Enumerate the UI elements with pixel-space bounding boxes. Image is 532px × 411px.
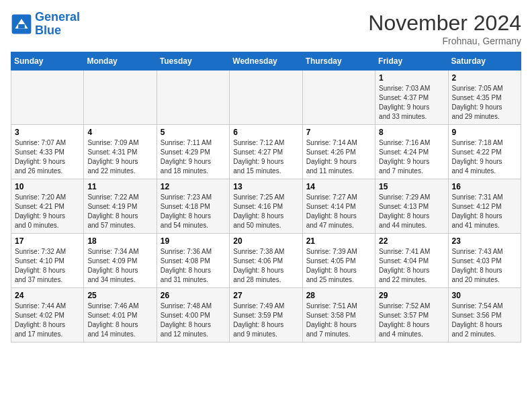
calendar-cell: 29Sunrise: 7:52 AM Sunset: 3:57 PM Dayli… bbox=[375, 288, 448, 342]
calendar-cell: 22Sunrise: 7:41 AM Sunset: 4:04 PM Dayli… bbox=[375, 234, 448, 288]
calendar-cell: 16Sunrise: 7:31 AM Sunset: 4:12 PM Dayli… bbox=[448, 179, 521, 234]
calendar-cell: 4Sunrise: 7:09 AM Sunset: 4:31 PM Daylig… bbox=[84, 125, 157, 179]
calendar-cell: 9Sunrise: 7:18 AM Sunset: 4:22 PM Daylig… bbox=[448, 125, 521, 179]
day-info: Sunrise: 7:22 AM Sunset: 4:19 PM Dayligh… bbox=[87, 193, 152, 230]
calendar-cell: 12Sunrise: 7:23 AM Sunset: 4:18 PM Dayli… bbox=[157, 179, 229, 234]
calendar-cell: 5Sunrise: 7:11 AM Sunset: 4:29 PM Daylig… bbox=[157, 125, 229, 179]
calendar-cell: 25Sunrise: 7:46 AM Sunset: 4:01 PM Dayli… bbox=[84, 288, 157, 342]
calendar-cell: 28Sunrise: 7:51 AM Sunset: 3:58 PM Dayli… bbox=[302, 288, 375, 342]
logo-text: General Blue bbox=[35, 11, 80, 38]
day-info: Sunrise: 7:03 AM Sunset: 4:37 PM Dayligh… bbox=[379, 84, 444, 122]
day-number: 26 bbox=[161, 291, 226, 300]
calendar-cell: 11Sunrise: 7:22 AM Sunset: 4:19 PM Dayli… bbox=[84, 179, 157, 234]
day-number: 1 bbox=[379, 73, 444, 83]
calendar-cell: 27Sunrise: 7:49 AM Sunset: 3:59 PM Dayli… bbox=[230, 288, 302, 342]
day-info: Sunrise: 7:25 AM Sunset: 4:16 PM Dayligh… bbox=[233, 193, 298, 230]
day-number: 20 bbox=[233, 236, 298, 246]
weekday-header: Tuesday bbox=[157, 52, 229, 71]
day-info: Sunrise: 7:41 AM Sunset: 4:04 PM Dayligh… bbox=[379, 247, 444, 285]
logo-line2: Blue bbox=[35, 24, 61, 37]
calendar-cell: 6Sunrise: 7:12 AM Sunset: 4:27 PM Daylig… bbox=[230, 125, 302, 179]
day-number: 9 bbox=[452, 128, 517, 137]
day-number: 19 bbox=[161, 236, 226, 246]
calendar-week-row: 10Sunrise: 7:20 AM Sunset: 4:21 PM Dayli… bbox=[11, 179, 521, 234]
day-info: Sunrise: 7:11 AM Sunset: 4:29 PM Dayligh… bbox=[161, 138, 226, 176]
calendar-cell: 10Sunrise: 7:20 AM Sunset: 4:21 PM Dayli… bbox=[11, 179, 84, 234]
weekday-header: Monday bbox=[84, 52, 157, 71]
calendar-table: SundayMondayTuesdayWednesdayThursdayFrid… bbox=[11, 52, 521, 342]
calendar-cell: 14Sunrise: 7:27 AM Sunset: 4:14 PM Dayli… bbox=[302, 179, 375, 234]
day-number: 27 bbox=[233, 291, 298, 300]
weekday-header: Saturday bbox=[448, 52, 521, 71]
calendar-cell: 7Sunrise: 7:14 AM Sunset: 4:26 PM Daylig… bbox=[302, 125, 375, 179]
day-info: Sunrise: 7:31 AM Sunset: 4:12 PM Dayligh… bbox=[452, 193, 517, 230]
day-info: Sunrise: 7:05 AM Sunset: 4:35 PM Dayligh… bbox=[452, 84, 517, 122]
calendar-week-row: 24Sunrise: 7:44 AM Sunset: 4:02 PM Dayli… bbox=[11, 288, 521, 342]
day-number: 21 bbox=[306, 236, 371, 246]
day-number: 25 bbox=[87, 291, 152, 300]
logo-line1: General bbox=[35, 10, 80, 24]
location: Frohnau, Germany bbox=[368, 36, 521, 46]
day-info: Sunrise: 7:38 AM Sunset: 4:06 PM Dayligh… bbox=[233, 247, 298, 285]
day-number: 16 bbox=[452, 182, 517, 191]
calendar-cell: 1Sunrise: 7:03 AM Sunset: 4:37 PM Daylig… bbox=[375, 71, 448, 125]
calendar-cell bbox=[11, 71, 84, 125]
day-info: Sunrise: 7:39 AM Sunset: 4:05 PM Dayligh… bbox=[306, 247, 371, 285]
calendar-cell: 17Sunrise: 7:32 AM Sunset: 4:10 PM Dayli… bbox=[11, 234, 84, 288]
calendar-cell: 3Sunrise: 7:07 AM Sunset: 4:33 PM Daylig… bbox=[11, 125, 84, 179]
day-info: Sunrise: 7:36 AM Sunset: 4:08 PM Dayligh… bbox=[161, 247, 226, 285]
calendar-cell bbox=[157, 71, 229, 125]
weekday-header: Thursday bbox=[302, 52, 375, 71]
day-info: Sunrise: 7:34 AM Sunset: 4:09 PM Dayligh… bbox=[87, 247, 152, 285]
day-number: 7 bbox=[306, 128, 371, 137]
calendar-cell: 15Sunrise: 7:29 AM Sunset: 4:13 PM Dayli… bbox=[375, 179, 448, 234]
calendar-cell: 23Sunrise: 7:43 AM Sunset: 4:03 PM Dayli… bbox=[448, 234, 521, 288]
calendar-cell bbox=[230, 71, 302, 125]
day-number: 22 bbox=[379, 236, 444, 246]
weekday-header-row: SundayMondayTuesdayWednesdayThursdayFrid… bbox=[11, 52, 521, 71]
calendar-week-row: 1Sunrise: 7:03 AM Sunset: 4:37 PM Daylig… bbox=[11, 71, 521, 125]
day-info: Sunrise: 7:09 AM Sunset: 4:31 PM Dayligh… bbox=[87, 138, 152, 176]
day-info: Sunrise: 7:12 AM Sunset: 4:27 PM Dayligh… bbox=[233, 138, 298, 176]
day-info: Sunrise: 7:16 AM Sunset: 4:24 PM Dayligh… bbox=[379, 138, 444, 176]
day-number: 14 bbox=[306, 182, 371, 191]
day-info: Sunrise: 7:27 AM Sunset: 4:14 PM Dayligh… bbox=[306, 193, 371, 230]
weekday-header: Sunday bbox=[11, 52, 84, 71]
calendar-cell: 26Sunrise: 7:48 AM Sunset: 4:00 PM Dayli… bbox=[157, 288, 229, 342]
calendar-cell: 8Sunrise: 7:16 AM Sunset: 4:24 PM Daylig… bbox=[375, 125, 448, 179]
svg-rect-2 bbox=[18, 24, 25, 28]
calendar-cell: 20Sunrise: 7:38 AM Sunset: 4:06 PM Dayli… bbox=[230, 234, 302, 288]
day-info: Sunrise: 7:52 AM Sunset: 3:57 PM Dayligh… bbox=[379, 302, 444, 339]
day-number: 8 bbox=[379, 128, 444, 137]
day-info: Sunrise: 7:44 AM Sunset: 4:02 PM Dayligh… bbox=[15, 302, 80, 339]
calendar-cell: 13Sunrise: 7:25 AM Sunset: 4:16 PM Dayli… bbox=[230, 179, 302, 234]
day-number: 13 bbox=[233, 182, 298, 191]
day-number: 10 bbox=[15, 182, 80, 191]
day-number: 11 bbox=[87, 182, 152, 191]
day-number: 15 bbox=[379, 182, 444, 191]
calendar-cell: 19Sunrise: 7:36 AM Sunset: 4:08 PM Dayli… bbox=[157, 234, 229, 288]
day-info: Sunrise: 7:46 AM Sunset: 4:01 PM Dayligh… bbox=[87, 302, 152, 339]
page-header: General Blue November 2024 Frohnau, Germ… bbox=[11, 11, 521, 46]
calendar-cell: 30Sunrise: 7:54 AM Sunset: 3:56 PM Dayli… bbox=[448, 288, 521, 342]
weekday-header: Wednesday bbox=[230, 52, 302, 71]
day-number: 24 bbox=[15, 291, 80, 300]
calendar-cell bbox=[84, 71, 157, 125]
calendar-week-row: 17Sunrise: 7:32 AM Sunset: 4:10 PM Dayli… bbox=[11, 234, 521, 288]
day-info: Sunrise: 7:48 AM Sunset: 4:00 PM Dayligh… bbox=[161, 302, 226, 339]
month-title: November 2024 bbox=[368, 11, 521, 36]
day-info: Sunrise: 7:18 AM Sunset: 4:22 PM Dayligh… bbox=[452, 138, 517, 176]
calendar-week-row: 3Sunrise: 7:07 AM Sunset: 4:33 PM Daylig… bbox=[11, 125, 521, 179]
day-number: 3 bbox=[15, 128, 80, 137]
day-info: Sunrise: 7:51 AM Sunset: 3:58 PM Dayligh… bbox=[306, 302, 371, 339]
day-info: Sunrise: 7:29 AM Sunset: 4:13 PM Dayligh… bbox=[379, 193, 444, 230]
day-number: 4 bbox=[87, 128, 152, 137]
logo: General Blue bbox=[11, 11, 80, 38]
day-info: Sunrise: 7:54 AM Sunset: 3:56 PM Dayligh… bbox=[452, 302, 517, 339]
calendar-cell bbox=[302, 71, 375, 125]
day-number: 18 bbox=[87, 236, 152, 246]
day-info: Sunrise: 7:14 AM Sunset: 4:26 PM Dayligh… bbox=[306, 138, 371, 176]
day-number: 23 bbox=[452, 236, 517, 246]
weekday-header: Friday bbox=[375, 52, 448, 71]
calendar-cell: 2Sunrise: 7:05 AM Sunset: 4:35 PM Daylig… bbox=[448, 71, 521, 125]
